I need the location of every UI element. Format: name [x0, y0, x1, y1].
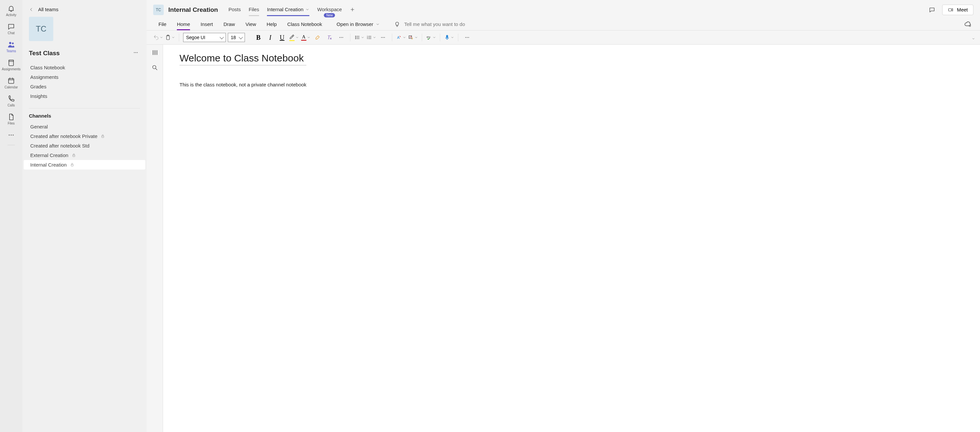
tab-label: Workspace: [317, 6, 342, 12]
svg-point-18: [339, 37, 340, 38]
spellcheck-button[interactable]: abc: [426, 33, 436, 42]
clipboard-icon: [165, 35, 171, 40]
font-color-button[interactable]: A: [301, 33, 311, 42]
highlight-icon: [289, 34, 295, 41]
svg-rect-12: [73, 155, 75, 157]
svg-point-28: [383, 37, 383, 38]
notebook-page[interactable]: Welcome to Class Notebook This is the cl…: [163, 44, 980, 432]
svg-point-34: [465, 37, 466, 38]
paste-button[interactable]: [165, 33, 175, 42]
rail-chat[interactable]: Chat: [0, 20, 22, 38]
svg-point-21: [355, 36, 356, 37]
ribbon-tab-draw[interactable]: Draw: [218, 18, 240, 30]
app-rail: Activity Chat Teams Assignments Calendar…: [0, 0, 22, 432]
svg-point-20: [342, 37, 343, 38]
team-link-class-notebook[interactable]: Class Notebook: [29, 63, 140, 72]
page-title[interactable]: Welcome to Class Notebook: [180, 52, 306, 65]
font-size-select[interactable]: [228, 33, 245, 42]
svg-point-27: [381, 37, 382, 38]
format-painter-button[interactable]: [313, 33, 323, 42]
clear-formatting-button[interactable]: [325, 33, 334, 42]
chevron-down-icon: [451, 36, 454, 39]
underline-button[interactable]: U: [277, 33, 287, 42]
team-more-button[interactable]: [132, 48, 140, 58]
ribbon-tab-file[interactable]: File: [153, 18, 172, 30]
back-all-teams[interactable]: All teams: [29, 6, 140, 12]
tell-me-search[interactable]: [394, 21, 964, 27]
tab-workspace[interactable]: Workspace New: [313, 3, 346, 16]
tab-posts[interactable]: Posts: [224, 3, 245, 16]
assignments-icon: [7, 59, 15, 67]
channel-internal-creation[interactable]: Internal Creation: [24, 160, 145, 170]
lock-icon: [100, 134, 105, 138]
page-body[interactable]: This is the class notebook, not a privat…: [180, 82, 964, 87]
divider: [29, 108, 140, 108]
numbered-list-button[interactable]: 123: [366, 33, 376, 42]
channel-conversation-button[interactable]: [926, 4, 938, 16]
ribbon-tab-class-notebook[interactable]: Class Notebook: [282, 18, 328, 30]
channel-label: External Creation: [30, 152, 68, 158]
undo-button[interactable]: [153, 33, 163, 42]
font-name-select[interactable]: [183, 33, 226, 42]
ribbon-tab-home[interactable]: Home: [172, 18, 195, 30]
channel-created-after-private[interactable]: Created after notebook Private: [24, 132, 145, 141]
tab-label: Files: [249, 6, 259, 12]
channel-general[interactable]: General: [24, 122, 145, 132]
tab-internal-creation[interactable]: Internal Creation: [263, 3, 313, 16]
open-in-browser[interactable]: Open in Browser: [335, 18, 381, 30]
rail-calls[interactable]: Calls: [0, 92, 22, 110]
svg-point-37: [153, 65, 156, 69]
styles-button[interactable]: A: [396, 33, 406, 42]
microphone-icon: [444, 35, 450, 40]
ribbon-tab-view[interactable]: View: [240, 18, 261, 30]
format-painter-icon: [315, 35, 321, 40]
tab-add[interactable]: [346, 4, 359, 16]
search-icon[interactable]: [151, 64, 158, 71]
svg-rect-14: [948, 8, 951, 11]
team-link-insights[interactable]: Insights: [29, 91, 140, 101]
chevron-left-icon: [29, 7, 33, 12]
bold-button[interactable]: B: [253, 33, 263, 42]
more-paragraph-button[interactable]: [378, 33, 388, 42]
team-title: Test Class: [29, 49, 60, 57]
channel-chip[interactable]: TC: [153, 5, 164, 15]
rail-assignments[interactable]: Assignments: [0, 56, 22, 74]
team-avatar[interactable]: TC: [29, 17, 53, 41]
channels-header: Channels: [29, 113, 140, 119]
team-link-assignments[interactable]: Assignments: [29, 72, 140, 82]
tab-files[interactable]: Files: [245, 3, 263, 16]
rail-calendar[interactable]: Calendar: [0, 74, 22, 92]
svg-text:A: A: [397, 35, 400, 40]
rail-more[interactable]: [0, 129, 22, 143]
tags-icon: [408, 35, 414, 40]
rail-files[interactable]: Files: [0, 110, 22, 129]
dictate-button[interactable]: [444, 33, 454, 42]
team-link-grades[interactable]: Grades: [29, 82, 140, 91]
ribbon-tab-insert[interactable]: Insert: [195, 18, 218, 30]
svg-rect-4: [8, 78, 14, 83]
svg-point-36: [468, 37, 469, 38]
cloud-sync-icon[interactable]: [964, 21, 972, 28]
chevron-down-icon: [307, 36, 310, 39]
meet-button[interactable]: Meet: [942, 5, 974, 15]
bullet-list-button[interactable]: [355, 33, 364, 42]
rail-activity[interactable]: Activity: [0, 2, 22, 20]
tell-me-input[interactable]: [404, 21, 490, 27]
plus-icon: [350, 7, 355, 12]
separator: [422, 33, 422, 41]
channel-label: Created after notebook Private: [30, 133, 97, 139]
toolbar-overflow-button[interactable]: [462, 33, 472, 42]
italic-button[interactable]: I: [265, 33, 275, 42]
collapse-ribbon-button[interactable]: [968, 34, 978, 44]
highlight-button[interactable]: [289, 33, 299, 42]
ribbon-tab-help[interactable]: Help: [261, 18, 282, 30]
file-icon: [7, 113, 15, 121]
channel-created-after-std[interactable]: Created after notebook Std: [24, 141, 145, 151]
tags-button[interactable]: [408, 33, 418, 42]
teams-icon: [7, 41, 15, 49]
rail-teams[interactable]: Teams: [0, 38, 22, 56]
more-formatting-button[interactable]: [336, 33, 346, 42]
channel-label: Internal Creation: [30, 162, 67, 168]
sections-icon[interactable]: [151, 49, 158, 56]
channel-external-creation[interactable]: External Creation: [24, 151, 145, 160]
